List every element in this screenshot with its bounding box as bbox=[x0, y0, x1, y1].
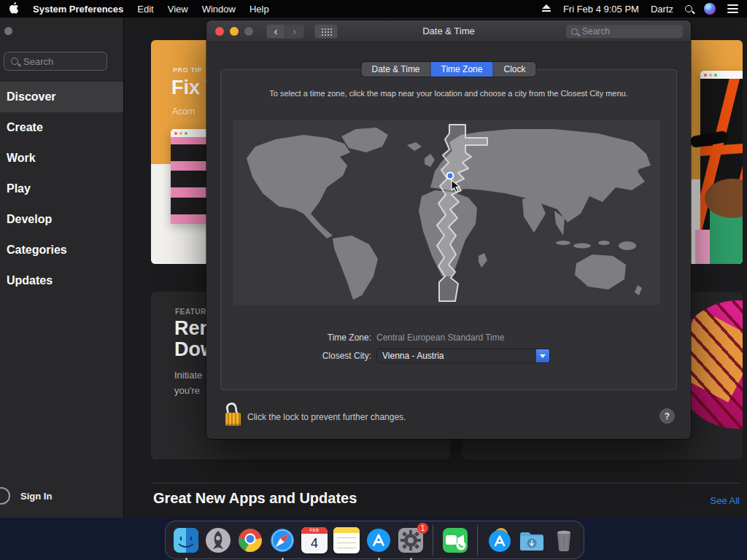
dock-item-finder[interactable] bbox=[171, 526, 201, 555]
lock-button[interactable] bbox=[225, 402, 244, 429]
sidebar-item-create[interactable]: Create bbox=[0, 112, 123, 143]
calendar-day: 4 bbox=[301, 534, 328, 553]
card-body-line2: you're bbox=[174, 383, 202, 398]
facetime-icon bbox=[441, 526, 470, 555]
instruction-text: To select a time zone, click the map nea… bbox=[206, 89, 691, 98]
date-time-window: ‹ › Date & Time Search Date & Time Time … bbox=[206, 20, 691, 439]
dropdown-button[interactable] bbox=[536, 349, 549, 362]
menu-edit[interactable]: Edit bbox=[137, 4, 153, 15]
closest-city-value: Vienna - Austria bbox=[377, 351, 536, 361]
see-all-link[interactable]: See All bbox=[711, 495, 740, 506]
dock-item-facetime[interactable] bbox=[441, 526, 470, 555]
chrome-icon bbox=[236, 526, 265, 555]
menu-clock[interactable]: Fri Feb 4 9:05 PM bbox=[563, 4, 639, 15]
dock-item-chrome[interactable] bbox=[236, 526, 265, 555]
sign-in-button[interactable]: Sign In bbox=[0, 487, 52, 505]
finder-icon bbox=[171, 526, 201, 555]
world-map-graphic bbox=[233, 120, 660, 305]
sidebar-item-develop[interactable]: Develop bbox=[0, 204, 123, 235]
tab-bar: Date & Time Time Zone Clock bbox=[362, 62, 536, 77]
dock-item-trash[interactable] bbox=[549, 526, 578, 555]
closest-city-row: Closest City: Vienna - Austria bbox=[236, 349, 550, 363]
sidebar-search-input[interactable]: Search bbox=[4, 52, 107, 71]
lock-text: Click the lock to prevent further change… bbox=[247, 412, 406, 422]
card-subtitle: Acorn bbox=[172, 106, 195, 117]
apple-menu-icon[interactable] bbox=[9, 2, 19, 16]
time-zone-row: Time Zone: Central European Standard Tim… bbox=[236, 332, 504, 343]
timezone-map[interactable] bbox=[233, 120, 660, 305]
help-button[interactable]: ? bbox=[659, 408, 675, 424]
chevron-down-icon bbox=[540, 354, 546, 358]
notification-center-icon[interactable] bbox=[727, 4, 738, 13]
siri-icon[interactable] bbox=[704, 3, 716, 15]
search-placeholder: Search bbox=[23, 56, 53, 67]
search-icon bbox=[571, 28, 578, 35]
sidebar-item-updates[interactable]: Updates bbox=[0, 265, 123, 296]
close-button[interactable] bbox=[215, 27, 224, 36]
show-all-button[interactable] bbox=[314, 24, 338, 39]
sidebar-item-play[interactable]: Play bbox=[0, 174, 123, 204]
card-eyebrow: PRO TIP bbox=[173, 66, 202, 74]
menu-window[interactable]: Window bbox=[202, 4, 236, 15]
tab-time-zone[interactable]: Time Zone bbox=[431, 62, 494, 77]
dock-item-calendar[interactable]: FEB 4 bbox=[300, 526, 329, 555]
menu-help[interactable]: Help bbox=[249, 4, 269, 15]
calendar-month: FEB bbox=[301, 527, 328, 534]
calendar-icon: FEB 4 bbox=[301, 527, 328, 553]
notification-badge: 1 bbox=[417, 523, 428, 534]
section-divider bbox=[153, 483, 740, 483]
forward-button: › bbox=[285, 24, 304, 39]
title-bar[interactable]: ‹ › Date & Time Search bbox=[206, 20, 691, 42]
card-body-line1: Initiate bbox=[174, 368, 202, 383]
closest-city-dropdown[interactable]: Vienna - Austria bbox=[376, 349, 550, 363]
sidebar-item-discover[interactable]: Discover bbox=[0, 82, 123, 112]
app-store-sidebar: Search Discover Create Work Play Develop… bbox=[0, 18, 124, 518]
dock-item-launchpad[interactable] bbox=[204, 526, 233, 555]
time-zone-value: Central European Standard Time bbox=[376, 332, 504, 343]
dock-item-app-store[interactable] bbox=[364, 526, 393, 555]
app-store-icon bbox=[364, 526, 393, 555]
trash-icon bbox=[549, 526, 578, 555]
search-placeholder: Search bbox=[582, 26, 610, 36]
spotlight-search-icon[interactable] bbox=[685, 5, 692, 12]
minimize-button[interactable] bbox=[230, 27, 239, 36]
time-zone-label: Time Zone: bbox=[236, 332, 371, 343]
section-heading: Great New Apps and Updates bbox=[153, 490, 357, 507]
menu-user[interactable]: Dartz bbox=[651, 4, 673, 15]
menu-bar: System Preferences Edit View Window Help… bbox=[0, 0, 747, 18]
zoom-button-disabled bbox=[244, 27, 253, 36]
dock-item-notes[interactable] bbox=[332, 526, 361, 555]
menu-app-name[interactable]: System Preferences bbox=[33, 4, 123, 15]
person-icon bbox=[0, 487, 10, 505]
sidebar-item-categories[interactable]: Categories bbox=[0, 235, 123, 265]
dock-separator bbox=[477, 525, 478, 556]
applications-stack-icon bbox=[485, 526, 514, 555]
lock-body-icon bbox=[225, 413, 241, 426]
window-search-input[interactable]: Search bbox=[565, 24, 684, 39]
dock-item-system-preferences[interactable]: 1 bbox=[396, 526, 425, 555]
sidebar-item-work[interactable]: Work bbox=[0, 143, 123, 174]
dock-separator bbox=[433, 525, 433, 556]
sidebar-nav: Discover Create Work Play Develop Catego… bbox=[0, 82, 123, 296]
dock: FEB 4 1 bbox=[165, 521, 584, 559]
eject-icon[interactable] bbox=[541, 4, 551, 15]
tab-clock[interactable]: Clock bbox=[493, 62, 535, 77]
launchpad-rocket-icon bbox=[204, 526, 233, 555]
closest-city-label: Closest City: bbox=[236, 351, 371, 361]
back-button[interactable]: ‹ bbox=[266, 24, 285, 39]
search-icon bbox=[11, 58, 18, 65]
dock-item-safari[interactable] bbox=[268, 526, 297, 555]
tab-date-time[interactable]: Date & Time bbox=[362, 62, 431, 77]
downloads-folder-icon bbox=[517, 526, 546, 555]
sign-in-label: Sign In bbox=[20, 491, 52, 502]
dock-item-applications[interactable] bbox=[485, 526, 514, 555]
window-control-dot[interactable] bbox=[4, 27, 12, 35]
safari-icon bbox=[268, 526, 297, 555]
location-pin bbox=[446, 172, 454, 180]
menu-view[interactable]: View bbox=[168, 4, 188, 15]
notes-icon bbox=[333, 527, 360, 553]
dock-item-downloads[interactable] bbox=[517, 526, 546, 555]
